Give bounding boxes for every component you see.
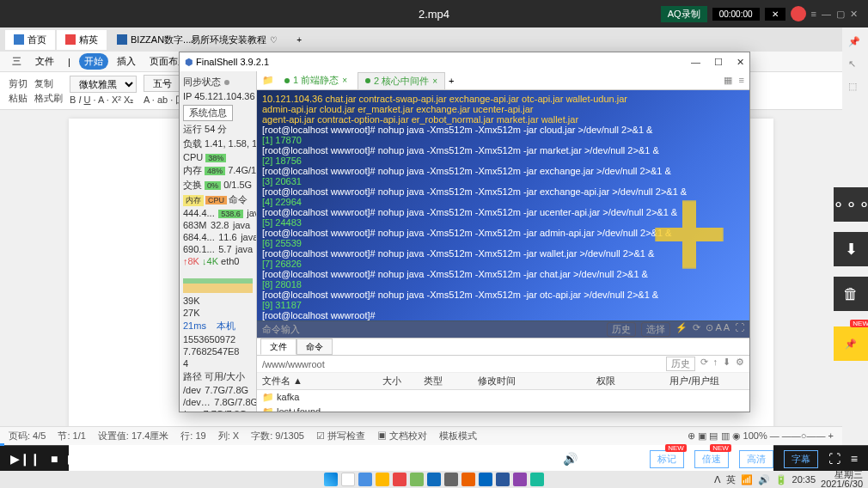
expand-icon[interactable]: ⛶ xyxy=(735,322,744,337)
pin-icon[interactable]: 📌 xyxy=(848,36,862,50)
stop-button[interactable]: ■ xyxy=(51,452,58,466)
fullscreen-icon[interactable]: ⛶ xyxy=(828,452,840,466)
start-icon[interactable] xyxy=(324,473,338,486)
minimize-icon[interactable]: — xyxy=(822,9,831,19)
wifi-icon[interactable]: 📶 xyxy=(741,474,753,485)
mark-button[interactable]: 标记NEW xyxy=(650,450,684,468)
settings-icon[interactable]: ⚙ xyxy=(736,357,744,371)
history-button[interactable]: 历史 xyxy=(607,322,636,337)
term-tab-2[interactable]: 2 核心中间件 × xyxy=(358,72,445,89)
cut-button[interactable]: 剪切 xyxy=(9,78,28,88)
terminal-line: agent-api.jar contract-option-api.jar er… xyxy=(262,114,744,125)
tab-add-icon[interactable]: + xyxy=(288,32,310,48)
terminal-line: [8] 28018 xyxy=(262,279,744,290)
terminal-line: [2] 18756 xyxy=(262,156,744,166)
refresh-icon[interactable]: ⟳ xyxy=(700,357,708,371)
menu-icon[interactable]: 三 xyxy=(7,53,27,70)
close-icon[interactable]: ✕ xyxy=(850,9,858,20)
battery-icon[interactable]: 🔋 xyxy=(775,474,787,485)
terminal-line: admin-api.jar cloud.jar er_market.jar ex… xyxy=(262,104,744,114)
share-button[interactable]: ⚬⚬⚬ xyxy=(834,187,868,222)
time-duration: 00:57:15 xyxy=(136,454,173,464)
terminal-line: [3] 20631 xyxy=(262,176,744,186)
close-icon[interactable]: ✕ xyxy=(737,57,744,68)
ribbon-tab-start[interactable]: 开始 xyxy=(79,53,108,70)
fs-titlebar[interactable]: ⬢ FinalShell 3.9.2.1 — ☐ ✕ xyxy=(180,52,749,71)
pin-button[interactable]: 📌NEW xyxy=(834,326,868,361)
up-icon[interactable]: ↑ xyxy=(713,357,718,371)
video-titlebar: 2.mp4 AQ录制 00:00:00 ✕ ≡ — ▢ ✕ xyxy=(0,0,868,27)
table-row[interactable]: 📁 lost+found xyxy=(257,405,749,412)
refresh-icon[interactable]: ⟳ xyxy=(693,322,700,337)
terminal-line: [root@localhost wwwroot]# nohup java -Xm… xyxy=(262,186,744,197)
commands-tab[interactable]: 命令 xyxy=(296,339,333,355)
maximize-icon[interactable]: ☐ xyxy=(714,57,723,68)
speed-button[interactable]: 倍速NEW xyxy=(694,450,729,468)
volume-slider[interactable] xyxy=(588,458,639,461)
video-controls: ▶❙❙ ■ ▶| 00:00:05 / 00:57:15 🔊 标记NEW 倍速N… xyxy=(0,445,868,473)
tab-home[interactable]: 首页 xyxy=(5,30,55,50)
statusbar: 页码: 4/5 节: 1/1 设置值: 17.4厘米 行: 19 列: X 字数… xyxy=(0,426,842,445)
term-tab-1[interactable]: 1 前端静态 × xyxy=(278,72,354,88)
volume-icon[interactable]: 🔊 xyxy=(563,452,578,466)
terminal-line: [7] 26826 xyxy=(262,259,744,269)
bolt-icon[interactable]: ⚡ xyxy=(675,322,688,337)
path-label[interactable]: /www/wwwroot xyxy=(262,359,325,369)
terminal-line: [root@localhost wwwroot]# nohup java -Xm… xyxy=(262,145,744,156)
format-button[interactable]: 格式刷 xyxy=(34,92,63,105)
font-name-select[interactable]: 微软雅黑 xyxy=(70,76,137,93)
terminal-line: [root@localhost wwwroot]# nohup java -Xm… xyxy=(262,207,744,217)
terminal-line: [6] 25539 xyxy=(262,238,744,248)
cursor-icon[interactable]: ↖ xyxy=(848,58,862,72)
new-tab-icon[interactable]: + xyxy=(449,76,454,86)
tray-icon[interactable]: ᐱ xyxy=(714,474,721,485)
video-filename: 2.mp4 xyxy=(419,8,449,21)
ribbon-tab[interactable]: 插入 xyxy=(112,53,141,70)
english-icon[interactable]: 英 xyxy=(726,473,736,486)
record-close-icon[interactable]: ✕ xyxy=(765,8,785,21)
terminal-line: [root@localhost wwwroot]# nohup java -Xm… xyxy=(262,125,744,135)
tab-doc[interactable]: 精英 xyxy=(57,30,107,50)
record-label[interactable]: AQ录制 xyxy=(661,6,707,22)
subtitle-button[interactable]: 字幕 xyxy=(784,450,818,468)
clock-time[interactable]: 20:35 xyxy=(792,475,816,485)
browser-tabs: 首页 精英 BIZZAN数字...易所环境安装教程 ♡ + xyxy=(0,27,842,52)
download-button[interactable]: ⬇ xyxy=(834,232,868,266)
terminal-line: [root@localhost wwwroot]# nohup java -Xm… xyxy=(262,269,744,279)
cmd-input[interactable]: 命令输入 xyxy=(262,323,300,336)
maximize-icon[interactable]: ▢ xyxy=(836,9,845,20)
playlist-icon[interactable]: ≡ xyxy=(851,452,858,466)
next-button[interactable]: ▶| xyxy=(68,452,81,466)
folder-icon[interactable]: 📁 xyxy=(262,75,274,86)
minimize-icon[interactable]: — xyxy=(691,57,700,68)
select-button[interactable]: 选择 xyxy=(641,322,670,337)
terminal-line: [root@localhost wwwroot]# nohup java -Xm… xyxy=(262,290,744,300)
avatar[interactable] xyxy=(791,6,806,21)
terminal-line: [4] 22964 xyxy=(262,197,744,207)
terminal-line: [root@localhost wwwroot]# nohup java -Xm… xyxy=(262,248,744,259)
terminal[interactable]: 10.121.104.36 chat.jar contract-swap-api… xyxy=(257,90,749,320)
volume-icon[interactable]: 🔊 xyxy=(758,474,770,485)
table-row[interactable]: 📁 kafka xyxy=(257,390,749,406)
hd-button[interactable]: 高清 xyxy=(739,450,773,468)
download-icon[interactable]: ⬇ xyxy=(723,357,730,371)
delete-button[interactable]: 🗑 xyxy=(834,277,868,311)
windows-taskbar: ᐱ 英 📶 🔊 🔋 20:35 星期三 2021/6/30 xyxy=(0,471,868,488)
play-button[interactable]: ▶❙❙ xyxy=(10,452,40,466)
file-menu[interactable]: 文件 xyxy=(30,53,59,70)
grid-icon[interactable]: ▦ xyxy=(724,75,732,86)
finalshell-window: ⬢ FinalShell 3.9.2.1 — ☐ ✕ 同步状态 IP 45.12… xyxy=(179,52,750,412)
menu-icon[interactable]: ≡ xyxy=(811,9,816,19)
fs-files: 文件 命令 /www/wwwroot 历史 ⟳ ↑ ⬇ ⚙ xyxy=(257,338,749,412)
cmd-bar: 命令输入 历史 选择 ⚡ ⟳ ⊙ A A ⛶ xyxy=(257,320,749,338)
list-icon[interactable]: ≡ xyxy=(739,75,744,86)
fs-title: FinalShell 3.9.2.1 xyxy=(196,57,269,67)
paste-button[interactable]: 粘贴 xyxy=(9,92,28,105)
sysinfo-button[interactable]: 系统信息 xyxy=(183,105,233,121)
select-icon[interactable]: ⬚ xyxy=(848,81,862,95)
terminal-line: [root@localhost wwwroot]# nohup java -Xm… xyxy=(262,166,744,176)
tab-bizzan[interactable]: BIZZAN数字...易所环境安装教程 ♡ xyxy=(108,30,286,50)
copy-button[interactable]: 复制 xyxy=(34,78,53,88)
files-tab[interactable]: 文件 xyxy=(260,339,296,355)
file-table: 文件名 ▲ 大小 类型 修改时间 权限 用户/用户组 📁 kafka 📁 los… xyxy=(257,373,749,412)
